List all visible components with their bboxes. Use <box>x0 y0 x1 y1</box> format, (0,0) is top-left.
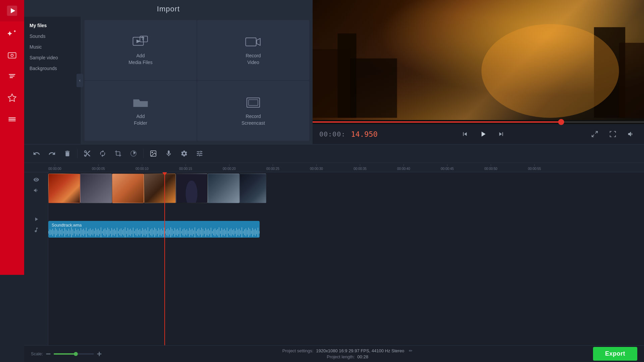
video-track-mute[interactable] <box>31 186 42 195</box>
record-screencast-label: RecordScreencast <box>241 113 265 126</box>
skip-back-button[interactable] <box>459 128 471 140</box>
crop-button[interactable] <box>111 147 125 160</box>
clip-icon <box>7 50 17 60</box>
sidebar-item-backgrounds[interactable]: Backgrounds <box>24 63 81 74</box>
svg-rect-119 <box>176 230 176 235</box>
app-logo[interactable] <box>0 0 24 21</box>
svg-rect-41 <box>71 227 72 237</box>
volume-button[interactable] <box>625 128 637 140</box>
video-track-eye[interactable] <box>31 175 42 184</box>
settings-button[interactable] <box>177 147 191 160</box>
play-button[interactable] <box>477 128 489 140</box>
svg-rect-140 <box>204 231 205 234</box>
record-video-card[interactable]: RecordVideo <box>197 20 309 80</box>
fullscreen-button[interactable] <box>606 128 619 140</box>
svg-rect-105 <box>157 231 158 234</box>
video-clip-5[interactable] <box>176 174 208 203</box>
svg-rect-85 <box>130 229 131 236</box>
sidebar-item-my-files[interactable]: My files <box>24 20 81 31</box>
svg-rect-172 <box>247 230 248 235</box>
video-clip-6[interactable] <box>208 174 239 203</box>
edit-settings-icon[interactable]: ✏ <box>409 348 413 353</box>
sidebar-item-sounds[interactable]: Sounds <box>24 31 81 42</box>
delete-button[interactable] <box>60 147 74 160</box>
audio-track-note[interactable] <box>31 225 42 235</box>
video-preview-container: 00:00:14.950 <box>313 0 644 144</box>
svg-rect-110 <box>164 228 164 237</box>
export-button[interactable]: Export <box>593 347 637 361</box>
add-folder-card[interactable]: AddFolder <box>85 81 197 141</box>
svg-rect-84 <box>129 230 129 235</box>
audio-clip[interactable]: Soundtrack.wma // Generate waveform bars <box>48 221 260 238</box>
svg-rect-95 <box>144 230 144 235</box>
video-progress-bar[interactable] <box>313 120 644 124</box>
svg-rect-120 <box>177 229 178 236</box>
svg-rect-101 <box>152 228 152 236</box>
project-length-value: 00:28 <box>357 354 368 359</box>
video-clip-4[interactable] <box>144 174 176 203</box>
ruler-marks: 00:00:00 00:00:05 00:00:10 00:00:15 00:0… <box>48 163 644 172</box>
video-clip-1[interactable] <box>48 174 80 203</box>
svg-rect-31 <box>58 231 58 234</box>
record-screencast-card[interactable]: RecordScreencast <box>197 81 309 141</box>
svg-rect-44 <box>75 228 76 236</box>
skip-forward-button[interactable] <box>495 128 507 140</box>
svg-rect-35 <box>63 231 64 234</box>
project-length-row: Project length: 00:28 <box>327 354 368 359</box>
image-button[interactable] <box>146 147 160 160</box>
collapse-button[interactable]: ‹ <box>76 74 83 87</box>
cut-button[interactable] <box>80 147 94 160</box>
progress-thumb[interactable] <box>558 119 564 125</box>
svg-rect-45 <box>76 230 77 235</box>
svg-rect-87 <box>133 228 133 237</box>
video-clip-7[interactable] <box>239 174 266 203</box>
svg-rect-153 <box>221 228 222 237</box>
svg-rect-98 <box>148 227 148 237</box>
import-content: My files Sounds Music Sample video Backg… <box>24 17 313 144</box>
export-screen-button[interactable] <box>588 128 601 140</box>
timeline-area: 00:00:00 00:00:05 00:00:10 00:00:15 00:0… <box>24 163 644 345</box>
svg-rect-32 <box>59 228 60 236</box>
toolbar-favorites[interactable] <box>0 87 24 109</box>
svg-rect-57 <box>93 229 93 236</box>
svg-line-19 <box>592 135 594 137</box>
sidebar-item-sample-video[interactable]: Sample video <box>24 52 81 63</box>
mic-button[interactable] <box>162 147 176 160</box>
undo-button[interactable] <box>30 147 44 160</box>
svg-rect-115 <box>170 227 171 237</box>
svg-rect-72 <box>113 230 113 235</box>
svg-rect-55 <box>90 228 91 236</box>
rotate-button[interactable] <box>96 147 110 160</box>
video-track <box>48 172 644 204</box>
color-button[interactable] <box>126 147 141 160</box>
toolbar-magic[interactable] <box>0 23 24 44</box>
toolbar-clips[interactable] <box>0 44 24 66</box>
audio-track: Soundtrack.wma // Generate waveform bars <box>48 219 644 239</box>
ruler-mark-5: 00:00:05 <box>92 164 105 171</box>
sidebar-item-music[interactable]: Music <box>24 42 81 52</box>
svg-rect-67 <box>106 230 107 235</box>
svg-rect-51 <box>85 230 85 234</box>
svg-rect-179 <box>256 230 257 234</box>
add-media-files-card[interactable]: AddMedia Files <box>85 20 197 80</box>
top-section: Import My files Sounds Music Sample vide… <box>24 0 644 144</box>
toolbar-text[interactable] <box>0 66 24 87</box>
toolbar-list[interactable] <box>0 109 24 130</box>
scale-track[interactable] <box>54 353 94 355</box>
svg-rect-102 <box>153 230 154 235</box>
svg-rect-131 <box>192 229 193 236</box>
redo-button[interactable] <box>45 147 59 160</box>
video-clip-2[interactable] <box>80 174 112 203</box>
svg-rect-109 <box>162 230 163 234</box>
scale-thumb[interactable] <box>74 352 78 356</box>
adjust-button[interactable] <box>193 147 207 160</box>
video-clip-3[interactable] <box>112 174 144 203</box>
svg-rect-28 <box>54 230 54 234</box>
svg-rect-107 <box>160 230 160 235</box>
svg-rect-49 <box>82 230 83 235</box>
svg-rect-47 <box>79 231 80 234</box>
audio-track-play[interactable] <box>31 215 42 224</box>
svg-rect-173 <box>248 228 249 237</box>
svg-point-21 <box>152 152 153 153</box>
svg-rect-157 <box>227 228 227 237</box>
